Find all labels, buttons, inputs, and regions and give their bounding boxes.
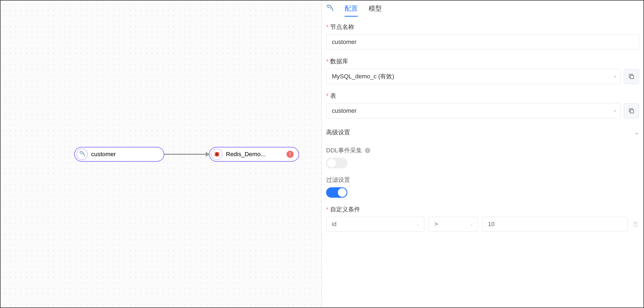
node-redis-label: Redis_Demo... <box>226 151 283 158</box>
svg-point-0 <box>80 152 81 153</box>
tab-config[interactable]: 配置 <box>339 1 363 17</box>
condition-value-input[interactable] <box>482 217 628 232</box>
svg-rect-3 <box>630 110 634 113</box>
mysql-icon <box>76 149 88 160</box>
custom-condition-label: * 自定义条件 <box>326 205 639 214</box>
svg-rect-2 <box>630 75 634 79</box>
node-name-label: * 节点名称 <box>326 23 639 31</box>
chevron-down-icon: ⌄ <box>416 222 420 226</box>
field-custom-condition: * 自定义条件 id ⌄ > ⌄ <box>326 205 639 232</box>
config-panel: 配置 模型 * 节点名称 * 数据库 MySQL_de <box>321 1 643 307</box>
chevron-down-icon: ▾ <box>614 74 616 79</box>
advanced-settings-header[interactable]: 高级设置 ⌄ <box>326 126 639 139</box>
node-name-input[interactable] <box>326 34 639 50</box>
redis-icon <box>211 149 223 160</box>
copy-database-button[interactable] <box>624 69 639 84</box>
error-badge-icon: ! <box>287 151 294 158</box>
form-content: * 节点名称 * 数据库 MySQL_demo_c (有效) ▾ <box>322 16 643 238</box>
required-indicator: * <box>326 58 329 65</box>
chevron-down-icon: ⌄ <box>470 222 473 226</box>
copy-table-button[interactable] <box>624 103 639 119</box>
field-database: * 数据库 MySQL_demo_c (有效) ▾ <box>326 57 639 84</box>
database-label: * 数据库 <box>326 57 639 66</box>
required-indicator: * <box>326 206 329 213</box>
required-indicator: * <box>326 23 329 31</box>
field-node-name: * 节点名称 <box>326 23 639 50</box>
node-customer-label: customer <box>91 151 159 158</box>
chevron-down-icon: ⌄ <box>634 129 639 136</box>
delete-condition-button[interactable] <box>632 221 639 228</box>
field-table: * 表 customer ▾ <box>326 92 639 119</box>
field-ddl-capture: DDL事件采集 i <box>326 146 639 168</box>
tab-model[interactable]: 模型 <box>363 1 387 17</box>
condition-field-select[interactable]: id ⌄ <box>326 217 424 232</box>
svg-point-1 <box>328 6 328 6</box>
canvas-area[interactable]: customer Redis_Demo... ! <box>1 1 321 307</box>
table-select[interactable]: customer ▾ <box>326 103 621 119</box>
field-filter-settings: 过滤设置 <box>326 176 639 198</box>
connection-line <box>164 154 209 155</box>
filter-settings-label: 过滤设置 <box>326 176 639 184</box>
tabs-bar: 配置 模型 <box>322 1 643 16</box>
ddl-capture-toggle[interactable] <box>326 158 347 168</box>
ddl-capture-label: DDL事件采集 i <box>326 146 639 155</box>
node-redis[interactable]: Redis_Demo... ! <box>209 147 299 162</box>
table-label: * 表 <box>326 92 639 100</box>
required-indicator: * <box>326 92 329 99</box>
info-icon[interactable]: i <box>365 148 370 153</box>
node-customer[interactable]: customer <box>74 147 164 162</box>
chevron-down-icon: ▾ <box>614 109 616 113</box>
database-select[interactable]: MySQL_demo_c (有效) ▾ <box>326 69 621 84</box>
condition-operator-select[interactable]: > ⌄ <box>429 217 478 232</box>
filter-settings-toggle[interactable] <box>326 187 347 198</box>
mysql-icon <box>324 2 336 14</box>
